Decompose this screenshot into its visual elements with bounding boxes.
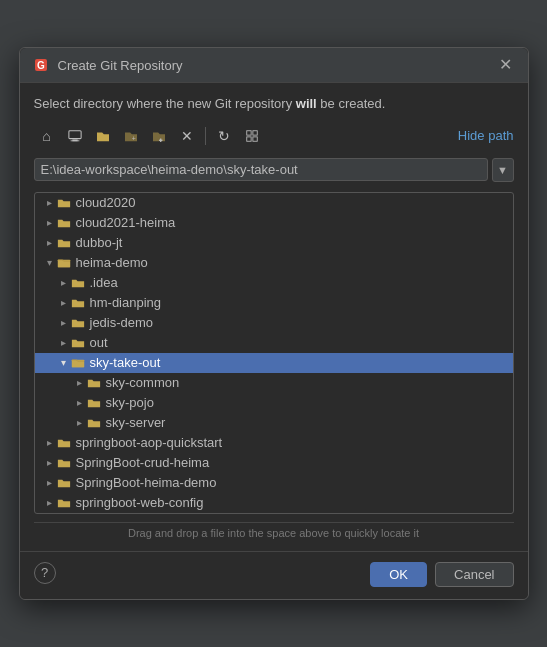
folder-icon	[71, 275, 85, 291]
folder-icon	[87, 395, 101, 411]
folder-icon	[57, 495, 71, 511]
refresh-button[interactable]: ↻	[211, 124, 237, 148]
folder-icon	[71, 355, 85, 371]
expand-arrow: ▸	[43, 457, 57, 468]
open-folder-button[interactable]	[90, 124, 116, 148]
tree-item-label: jedis-demo	[90, 315, 154, 330]
tree-item-label: SpringBoot-heima-demo	[76, 475, 217, 490]
git-icon: G	[32, 56, 50, 74]
tree-item-label: dubbo-jt	[76, 235, 123, 250]
svg-text:+: +	[131, 135, 135, 142]
tree-item-label: cloud2020	[76, 195, 136, 210]
dialog-body: Select directory where the new Git repos…	[20, 83, 528, 542]
tree-item[interactable]: ▸sky-common	[35, 373, 513, 393]
desktop-button[interactable]	[62, 124, 88, 148]
tree-item[interactable]: ▸springboot-web-config	[35, 493, 513, 513]
tree-item-label: sky-common	[106, 375, 180, 390]
title-bar: G Create Git Repository ✕	[20, 48, 528, 83]
expand-arrow: ▾	[43, 257, 57, 268]
file-tree[interactable]: ▸cloud2020▸cloud2021-heima▸dubbo-jt▾heim…	[34, 192, 514, 514]
tree-item-label: heima-demo	[76, 255, 148, 270]
tree-item[interactable]: ▸sky-server	[35, 413, 513, 433]
folder-icon	[57, 215, 71, 231]
svg-rect-10	[246, 136, 250, 140]
tree-item[interactable]: ▸sky-pojo	[35, 393, 513, 413]
cancel-button[interactable]: Cancel	[435, 562, 513, 587]
folder-icon	[57, 235, 71, 251]
help-button[interactable]: ?	[34, 562, 56, 584]
dialog-footer: ? OK Cancel	[20, 551, 528, 599]
ok-button[interactable]: OK	[370, 562, 427, 587]
create-git-repository-dialog: G Create Git Repository ✕ Select directo…	[19, 47, 529, 599]
folder-icon	[87, 375, 101, 391]
path-row: ▼	[34, 158, 514, 182]
tree-item-label: sky-take-out	[90, 355, 161, 370]
close-button[interactable]: ✕	[495, 57, 516, 73]
folder-icon	[57, 255, 71, 271]
tree-item-label: out	[90, 335, 108, 350]
expand-arrow: ▸	[73, 417, 87, 428]
path-input[interactable]	[34, 158, 488, 181]
new-folder-button[interactable]: +	[118, 124, 144, 148]
tree-item[interactable]: ▸SpringBoot-heima-demo	[35, 473, 513, 493]
tree-item-label: springboot-web-config	[76, 495, 204, 510]
tree-item[interactable]: ▸.idea	[35, 273, 513, 293]
tree-item[interactable]: ▸jedis-demo	[35, 313, 513, 333]
folder-icon	[71, 295, 85, 311]
expand-arrow: ▸	[43, 217, 57, 228]
folder-icon	[57, 475, 71, 491]
description-bold: will	[296, 96, 317, 111]
dialog-title: Create Git Repository	[58, 58, 495, 73]
tree-item[interactable]: ▸out	[35, 333, 513, 353]
expand-arrow: ▸	[57, 277, 71, 288]
toolbar-separator	[205, 127, 206, 145]
expand-arrow: ▸	[57, 317, 71, 328]
expand-arrow: ▸	[73, 377, 87, 388]
svg-rect-11	[252, 136, 256, 140]
description: Select directory where the new Git repos…	[34, 95, 514, 113]
tree-item[interactable]: ▸cloud2021-heima	[35, 213, 513, 233]
path-dropdown-button[interactable]: ▼	[492, 158, 514, 182]
svg-text:G: G	[37, 60, 45, 71]
expand-arrow: ▸	[73, 397, 87, 408]
svg-rect-2	[68, 130, 80, 138]
folder-icon	[71, 315, 85, 331]
tree-item[interactable]: ▸springboot-aop-quickstart	[35, 433, 513, 453]
tree-item-label: sky-server	[106, 415, 166, 430]
expand-arrow: ▸	[43, 437, 57, 448]
svg-rect-8	[246, 130, 250, 134]
drag-hint: Drag and drop a file into the space abov…	[34, 522, 514, 543]
tree-item-label: springboot-aop-quickstart	[76, 435, 223, 450]
svg-rect-4	[70, 140, 79, 141]
hide-path-link[interactable]: Hide path	[458, 128, 514, 143]
expand-arrow: ▾	[57, 357, 71, 368]
collapse-button[interactable]	[239, 124, 265, 148]
svg-rect-9	[252, 130, 256, 134]
expand-arrow: ▸	[43, 237, 57, 248]
tree-item[interactable]: ▾sky-take-out	[35, 353, 513, 373]
tree-item[interactable]: ▸dubbo-jt	[35, 233, 513, 253]
add-button[interactable]	[146, 124, 172, 148]
tree-item[interactable]: ▸SpringBoot-crud-heima	[35, 453, 513, 473]
expand-arrow: ▸	[43, 197, 57, 208]
tree-item[interactable]: ▸hm-dianping	[35, 293, 513, 313]
folder-icon	[87, 415, 101, 431]
description-prefix: Select directory where the new Git repos…	[34, 96, 296, 111]
description-suffix: be created.	[317, 96, 386, 111]
tree-item-label: hm-dianping	[90, 295, 162, 310]
folder-icon	[57, 455, 71, 471]
tree-item[interactable]: ▸cloud2020	[35, 193, 513, 213]
home-button[interactable]: ⌂	[34, 124, 60, 148]
tree-item-label: .idea	[90, 275, 118, 290]
expand-arrow: ▸	[43, 497, 57, 508]
expand-arrow: ▸	[57, 297, 71, 308]
tree-item[interactable]: ▾heima-demo	[35, 253, 513, 273]
folder-icon	[57, 435, 71, 451]
expand-arrow: ▸	[43, 477, 57, 488]
folder-icon	[57, 195, 71, 211]
expand-arrow: ▸	[57, 337, 71, 348]
delete-button[interactable]: ✕	[174, 124, 200, 148]
folder-icon	[71, 335, 85, 351]
tree-item-label: SpringBoot-crud-heima	[76, 455, 210, 470]
tree-item-label: cloud2021-heima	[76, 215, 176, 230]
